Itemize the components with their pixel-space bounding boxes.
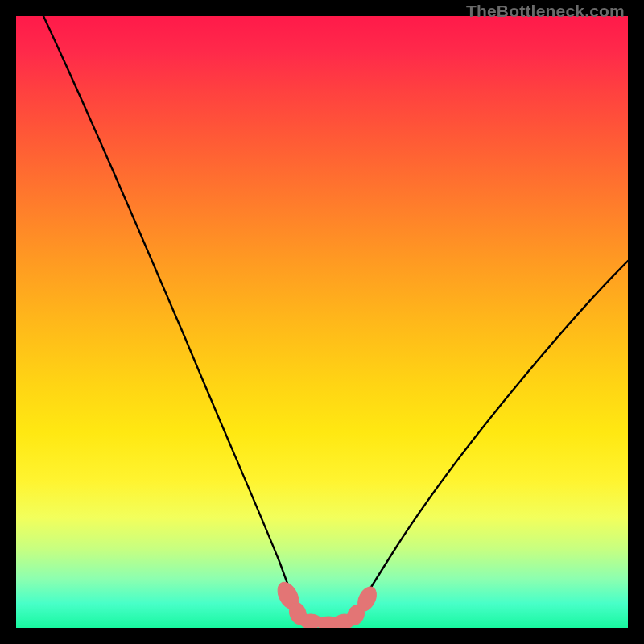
chart-svg [16,16,628,628]
watermark-text: TheBottleneck.com [466,2,625,21]
left-curve [43,16,299,617]
plot-area [16,16,628,628]
chart-frame: TheBottleneck.com [0,0,644,644]
optimal-band-markers [274,579,380,628]
right-curve [353,261,628,618]
